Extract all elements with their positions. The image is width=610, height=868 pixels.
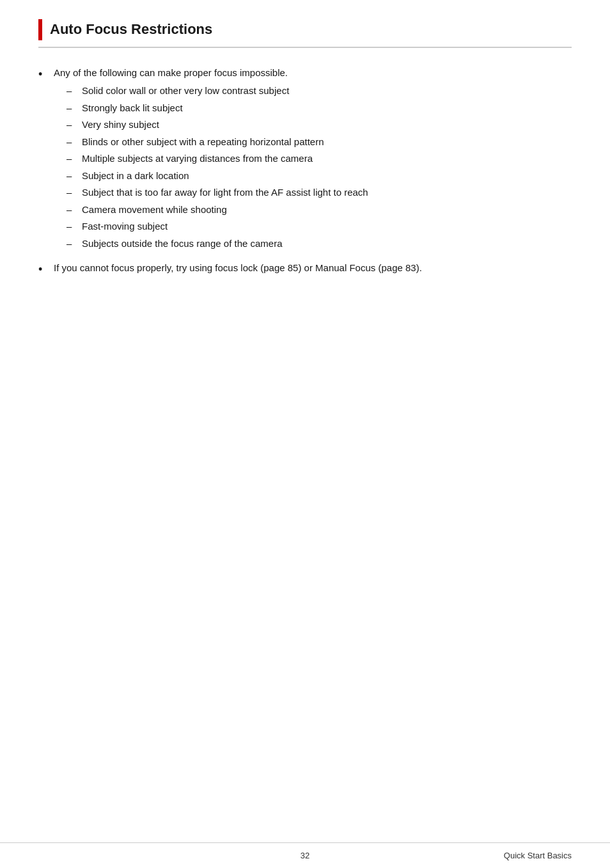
sub-dash: – [66,237,79,251]
sub-item-text: Subjects outside the focus range of the … [82,237,572,251]
sub-item-text: Strongly back lit subject [82,101,572,116]
page-title: Auto Focus Restrictions [50,19,212,40]
sub-item-text: Multiple subjects at varying distances f… [82,152,572,166]
list-item: – Blinds or other subject with a repeati… [54,135,572,150]
bullet-text-2: If you cannot focus properly, try using … [54,261,572,276]
sub-dash: – [66,185,79,200]
sub-item-text: Fast-moving subject [82,219,572,234]
bullet-text-1: Any of the following can make proper foc… [54,66,572,254]
list-item: – Very shiny subject [54,118,572,132]
sub-dash: – [66,169,79,184]
bullet-dot-2: • [38,262,50,278]
sub-item-text: Camera movement while shooting [82,203,572,217]
bullet-1-text: Any of the following can make proper foc… [54,67,288,78]
sub-item-text: Solid color wall or other very low contr… [82,84,572,99]
list-item: – Camera movement while shooting [54,203,572,217]
list-item: – Subject that is too far away for light… [54,185,572,200]
sub-dash: – [66,135,79,150]
sub-list-1: – Solid color wall or other very low con… [54,84,572,251]
content-area: • Any of the following can make proper f… [38,59,572,292]
list-item: – Multiple subjects at varying distances… [54,152,572,166]
page-container: Auto Focus Restrictions • Any of the fol… [0,0,610,868]
sub-dash: – [66,219,79,234]
sub-item-text: Very shiny subject [82,118,572,132]
bullet-2-text: If you cannot focus properly, try using … [54,262,422,273]
list-item: – Fast-moving subject [54,219,572,234]
sub-dash: – [66,84,79,99]
sub-dash: – [66,118,79,132]
sub-item-text: Blinds or other subject with a repeating… [82,135,572,150]
list-item: – Subjects outside the focus range of th… [54,237,572,251]
list-item: – Solid color wall or other very low con… [54,84,572,99]
list-item: – Subject in a dark location [54,169,572,184]
section-label: Quick Start Basics [504,851,572,860]
sub-item-text: Subject in a dark location [82,169,572,184]
sub-dash: – [66,152,79,166]
list-item: – Strongly back lit subject [54,101,572,116]
sub-dash: – [66,203,79,217]
bullet-dot-1: • [38,67,50,83]
main-bullet-list: • Any of the following can make proper f… [38,66,572,278]
sub-dash: – [66,101,79,116]
list-item: • Any of the following can make proper f… [38,66,572,254]
header-accent-bar [38,19,42,40]
page-footer: 32 Quick Start Basics [0,842,610,868]
list-item: • If you cannot focus properly, try usin… [38,261,572,278]
section-header: Auto Focus Restrictions [38,19,572,48]
page-number: 32 [38,851,572,860]
sub-item-text: Subject that is too far away for light f… [82,185,572,200]
